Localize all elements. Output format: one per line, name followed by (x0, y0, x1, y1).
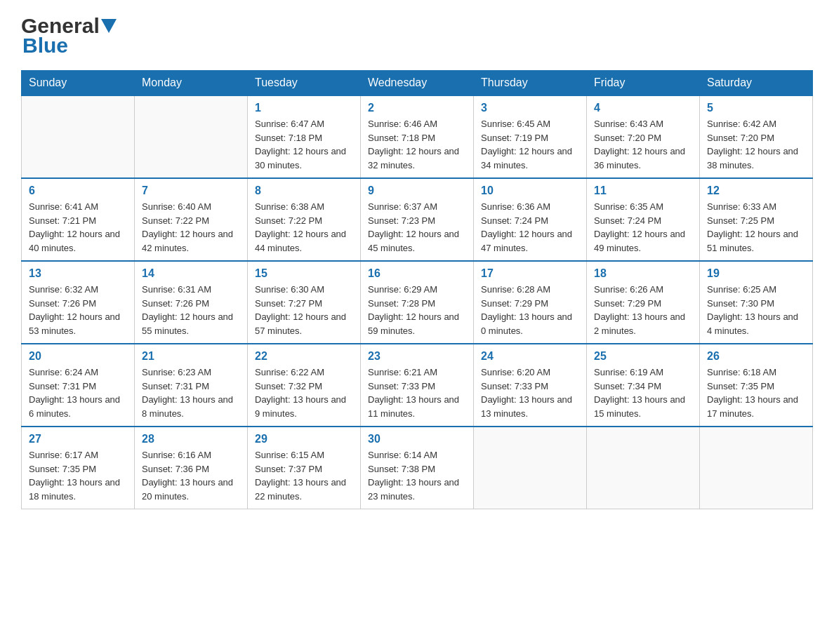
calendar-cell: 9Sunrise: 6:37 AMSunset: 7:23 PMDaylight… (361, 178, 474, 261)
calendar-cell: 24Sunrise: 6:20 AMSunset: 7:33 PMDayligh… (474, 344, 587, 427)
day-info: Sunrise: 6:24 AMSunset: 7:31 PMDaylight:… (29, 365, 127, 420)
header-day-wednesday: Wednesday (361, 71, 474, 96)
svg-marker-0 (101, 19, 117, 33)
calendar-cell: 18Sunrise: 6:26 AMSunset: 7:29 PMDayligh… (587, 261, 700, 344)
day-number: 28 (142, 433, 240, 445)
sunset-text: Sunset: 7:19 PM (481, 133, 548, 143)
day-number: 26 (707, 350, 805, 363)
day-number: 17 (481, 267, 579, 280)
day-number: 5 (707, 102, 805, 114)
daylight-text: Daylight: 12 hours and 53 minutes. (29, 311, 120, 336)
sunrise-text: Sunrise: 6:40 AM (142, 201, 211, 212)
calendar-cell: 29Sunrise: 6:15 AMSunset: 7:37 PMDayligh… (248, 427, 361, 509)
day-number: 2 (368, 102, 466, 114)
sunset-text: Sunset: 7:35 PM (707, 381, 774, 391)
calendar-cell (22, 95, 135, 178)
sunrise-text: Sunrise: 6:17 AM (29, 450, 98, 460)
sunset-text: Sunset: 7:27 PM (255, 298, 322, 309)
daylight-text: Daylight: 12 hours and 44 minutes. (255, 229, 346, 253)
day-info: Sunrise: 6:18 AMSunset: 7:35 PMDaylight:… (707, 365, 805, 420)
calendar-header-row: SundayMondayTuesdayWednesdayThursdayFrid… (22, 71, 813, 96)
day-number: 3 (481, 102, 579, 114)
day-info: Sunrise: 6:32 AMSunset: 7:26 PMDaylight:… (29, 283, 127, 337)
sunrise-text: Sunrise: 6:46 AM (368, 119, 437, 129)
header-day-monday: Monday (135, 71, 248, 96)
day-number: 10 (481, 185, 579, 197)
sunrise-text: Sunrise: 6:15 AM (255, 450, 324, 460)
page-header: General Blue (21, 14, 813, 58)
day-number: 20 (29, 350, 127, 363)
daylight-text: Daylight: 12 hours and 55 minutes. (142, 311, 233, 336)
day-info: Sunrise: 6:35 AMSunset: 7:24 PMDaylight:… (594, 200, 692, 255)
day-info: Sunrise: 6:41 AMSunset: 7:21 PMDaylight:… (29, 200, 127, 255)
day-info: Sunrise: 6:16 AMSunset: 7:36 PMDaylight:… (142, 448, 240, 503)
daylight-text: Daylight: 12 hours and 49 minutes. (594, 229, 685, 253)
calendar-cell: 8Sunrise: 6:38 AMSunset: 7:22 PMDaylight… (248, 178, 361, 261)
day-info: Sunrise: 6:19 AMSunset: 7:34 PMDaylight:… (594, 365, 692, 420)
sunset-text: Sunset: 7:18 PM (255, 133, 322, 143)
week-row-2: 6Sunrise: 6:41 AMSunset: 7:21 PMDaylight… (22, 178, 813, 261)
daylight-text: Daylight: 12 hours and 59 minutes. (368, 311, 459, 336)
calendar-cell: 26Sunrise: 6:18 AMSunset: 7:35 PMDayligh… (700, 344, 813, 427)
day-number: 11 (594, 185, 692, 197)
daylight-text: Daylight: 12 hours and 47 minutes. (481, 229, 572, 253)
sunset-text: Sunset: 7:30 PM (707, 298, 774, 309)
calendar-cell: 2Sunrise: 6:46 AMSunset: 7:18 PMDaylight… (361, 95, 474, 178)
logo-blue: Blue (22, 34, 68, 58)
day-info: Sunrise: 6:42 AMSunset: 7:20 PMDaylight:… (707, 117, 805, 172)
calendar-cell (135, 95, 248, 178)
week-row-3: 13Sunrise: 6:32 AMSunset: 7:26 PMDayligh… (22, 261, 813, 344)
daylight-text: Daylight: 12 hours and 45 minutes. (368, 229, 459, 253)
sunset-text: Sunset: 7:23 PM (368, 215, 435, 226)
daylight-text: Daylight: 12 hours and 32 minutes. (368, 146, 459, 170)
sunset-text: Sunset: 7:21 PM (29, 215, 96, 226)
sunrise-text: Sunrise: 6:16 AM (142, 450, 211, 460)
sunrise-text: Sunrise: 6:26 AM (594, 284, 663, 295)
day-number: 18 (594, 267, 692, 280)
sunrise-text: Sunrise: 6:41 AM (29, 201, 98, 212)
calendar-cell: 22Sunrise: 6:22 AMSunset: 7:32 PMDayligh… (248, 344, 361, 427)
sunrise-text: Sunrise: 6:24 AM (29, 367, 98, 377)
day-info: Sunrise: 6:20 AMSunset: 7:33 PMDaylight:… (481, 365, 579, 420)
daylight-text: Daylight: 13 hours and 6 minutes. (29, 394, 120, 419)
sunrise-text: Sunrise: 6:21 AM (368, 367, 437, 377)
calendar-cell: 25Sunrise: 6:19 AMSunset: 7:34 PMDayligh… (587, 344, 700, 427)
day-info: Sunrise: 6:25 AMSunset: 7:30 PMDaylight:… (707, 283, 805, 337)
day-info: Sunrise: 6:46 AMSunset: 7:18 PMDaylight:… (368, 117, 466, 172)
sunset-text: Sunset: 7:24 PM (481, 215, 548, 226)
week-row-5: 27Sunrise: 6:17 AMSunset: 7:35 PMDayligh… (22, 427, 813, 509)
header-day-sunday: Sunday (22, 71, 135, 96)
daylight-text: Daylight: 12 hours and 57 minutes. (255, 311, 346, 336)
day-number: 7 (142, 185, 240, 197)
calendar-cell: 1Sunrise: 6:47 AMSunset: 7:18 PMDaylight… (248, 95, 361, 178)
calendar-cell: 30Sunrise: 6:14 AMSunset: 7:38 PMDayligh… (361, 427, 474, 509)
sunset-text: Sunset: 7:20 PM (707, 133, 774, 143)
day-info: Sunrise: 6:28 AMSunset: 7:29 PMDaylight:… (481, 283, 579, 337)
sunrise-text: Sunrise: 6:19 AM (594, 367, 663, 377)
daylight-text: Daylight: 13 hours and 8 minutes. (142, 394, 233, 419)
sunset-text: Sunset: 7:35 PM (29, 464, 96, 474)
sunrise-text: Sunrise: 6:35 AM (594, 201, 663, 212)
day-info: Sunrise: 6:36 AMSunset: 7:24 PMDaylight:… (481, 200, 579, 255)
sunset-text: Sunset: 7:18 PM (368, 133, 435, 143)
daylight-text: Daylight: 12 hours and 36 minutes. (594, 146, 685, 170)
header-day-tuesday: Tuesday (248, 71, 361, 96)
calendar-cell: 28Sunrise: 6:16 AMSunset: 7:36 PMDayligh… (135, 427, 248, 509)
day-info: Sunrise: 6:38 AMSunset: 7:22 PMDaylight:… (255, 200, 353, 255)
daylight-text: Daylight: 13 hours and 18 minutes. (29, 477, 120, 502)
sunrise-text: Sunrise: 6:23 AM (142, 367, 211, 377)
daylight-text: Daylight: 13 hours and 17 minutes. (707, 394, 798, 419)
sunrise-text: Sunrise: 6:14 AM (368, 450, 437, 460)
calendar-cell: 20Sunrise: 6:24 AMSunset: 7:31 PMDayligh… (22, 344, 135, 427)
day-info: Sunrise: 6:43 AMSunset: 7:20 PMDaylight:… (594, 117, 692, 172)
calendar-cell: 10Sunrise: 6:36 AMSunset: 7:24 PMDayligh… (474, 178, 587, 261)
daylight-text: Daylight: 13 hours and 15 minutes. (594, 394, 685, 419)
sunrise-text: Sunrise: 6:45 AM (481, 119, 550, 129)
calendar-cell: 4Sunrise: 6:43 AMSunset: 7:20 PMDaylight… (587, 95, 700, 178)
calendar-cell: 5Sunrise: 6:42 AMSunset: 7:20 PMDaylight… (700, 95, 813, 178)
calendar-cell: 23Sunrise: 6:21 AMSunset: 7:33 PMDayligh… (361, 344, 474, 427)
sunrise-text: Sunrise: 6:29 AM (368, 284, 437, 295)
sunrise-text: Sunrise: 6:22 AM (255, 367, 324, 377)
day-info: Sunrise: 6:17 AMSunset: 7:35 PMDaylight:… (29, 448, 127, 503)
sunset-text: Sunset: 7:33 PM (368, 381, 435, 391)
